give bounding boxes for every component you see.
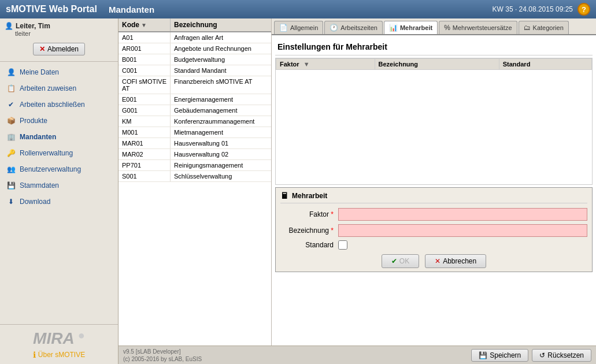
tab-label: Arbeitszeiten xyxy=(340,24,377,31)
info-icon[interactable]: ? xyxy=(578,3,590,16)
sidebar-item-label: Produkte xyxy=(20,117,47,125)
rollenverwaltung-icon: 🔑 xyxy=(6,148,16,158)
cell-bezeichnung: Mietmanagement xyxy=(171,127,271,138)
cell-bezeichnung: Anfragen aller Art xyxy=(171,32,271,43)
cell-kode: M001 xyxy=(119,127,171,138)
bezeichnung-required: * xyxy=(331,226,334,235)
form-buttons: ✔ OK ✕ Abbrechen xyxy=(280,254,587,268)
list-body: A01Anfragen aller ArtAR001Angebote und R… xyxy=(119,32,271,346)
tab-mehrwertsteuersaetze[interactable]: %Mehrwertsteuersätze xyxy=(439,21,517,34)
col-bezeichnung-header: Bezeichnung xyxy=(171,18,271,31)
sidebar-item-produkte[interactable]: 📦Produkte xyxy=(0,113,118,129)
col-kode-header: Kode ▼ xyxy=(119,18,171,31)
th-bezeichnung: Bezeichnung xyxy=(375,59,499,70)
list-row[interactable]: B001Budgetverwaltung xyxy=(119,54,271,65)
sidebar-item-label: Arbeiten abschließen xyxy=(20,101,85,109)
user-icon: 👤 xyxy=(5,22,13,30)
sidebar-item-meine-daten[interactable]: 👤Meine Daten xyxy=(0,64,118,80)
cell-kode: A01 xyxy=(119,32,171,43)
tab-mehrarbeit[interactable]: 📊Mehrarbeit xyxy=(384,21,438,34)
cell-bezeichnung: Gebäudemanagement xyxy=(171,105,271,116)
cell-kode: G001 xyxy=(119,105,171,116)
cell-kode: S001 xyxy=(119,171,171,181)
mehrarbeit-tab-icon: 📊 xyxy=(389,24,398,32)
cell-bezeichnung: Angebote und Rechnungen xyxy=(171,43,271,54)
form-title: 🖩 Mehrarbeit xyxy=(280,191,587,203)
sidebar-item-label: Arbeiten zuweisen xyxy=(20,84,76,92)
cancel-icon: ✕ xyxy=(435,257,440,265)
produkte-icon: 📦 xyxy=(6,116,16,126)
kategorien-tab-icon: 🗂 xyxy=(524,24,531,32)
abmelden-button[interactable]: ✕ Abmelden xyxy=(33,43,85,55)
mehrarbeit-table: Faktor ▼ Bezeichnung Standard xyxy=(276,58,592,70)
bezeichnung-input[interactable] xyxy=(338,224,587,237)
faktor-input[interactable] xyxy=(338,208,587,221)
list-row[interactable]: S001Schlüsselverwaltung xyxy=(119,171,271,182)
faktor-row: Faktor * xyxy=(280,208,587,221)
ruecksetzen-button[interactable]: ↺ Rücksetzen xyxy=(532,349,591,362)
list-header: Kode ▼ Bezeichnung xyxy=(119,18,271,32)
ueber-smotive-link[interactable]: ℹ Über sMOTIVE xyxy=(33,350,85,359)
list-row[interactable]: AR001Angebote und Rechnungen xyxy=(119,43,271,54)
list-row[interactable]: E001Energiemanagement xyxy=(119,94,271,105)
right-panel: 📄Allgemein🕐Arbeitszeiten📊Mehrarbeit%Mehr… xyxy=(272,18,596,346)
list-row[interactable]: KMKonferenzraummanagement xyxy=(119,116,271,127)
main-layout: 👤 Leiter, Tim tleiter ✕ Abmelden 👤Meine … xyxy=(0,18,596,364)
sidebar-item-mandanten[interactable]: 🏢Mandanten xyxy=(0,129,118,145)
benutzerverwaltung-icon: 👥 xyxy=(6,164,16,174)
list-row[interactable]: PP701Reinigungsmanagement xyxy=(119,160,271,171)
cell-bezeichnung: Reinigungsmanagement xyxy=(171,160,271,170)
cell-kode: AR001 xyxy=(119,43,171,54)
header: sMOTIVE Web Portal Mandanten KW 35 · 24.… xyxy=(0,0,596,18)
sidebar-item-label: Stammdaten xyxy=(20,181,59,190)
bezeichnung-row: Bezeichnung * xyxy=(280,224,587,237)
sidebar: 👤 Leiter, Tim tleiter ✕ Abmelden 👤Meine … xyxy=(0,18,119,364)
info-circle-icon: ℹ xyxy=(33,350,36,359)
stammdaten-icon: 💾 xyxy=(6,180,16,191)
nav-items: 👤Meine Daten📋Arbeiten zuweisen✔Arbeiten … xyxy=(0,62,118,324)
list-row[interactable]: MAR02Hausverwaltung 02 xyxy=(119,149,271,160)
standard-label: Standard xyxy=(280,241,338,249)
sidebar-item-arbeiten-abschliessen[interactable]: ✔Arbeiten abschließen xyxy=(0,96,118,113)
app-title: sMOTIVE Web Portal xyxy=(6,4,97,14)
sidebar-item-arbeiten-zuweisen[interactable]: 📋Arbeiten zuweisen xyxy=(0,80,118,96)
bezeichnung-label: Bezeichnung * xyxy=(280,226,338,235)
page-section: Mandanten xyxy=(97,5,493,14)
sidebar-item-rollenverwaltung[interactable]: 🔑Rollenverwaltung xyxy=(0,145,118,161)
cell-bezeichnung: Hausverwaltung 01 xyxy=(171,138,271,148)
cell-bezeichnung: Finanzbereich sMOTIVE AT xyxy=(171,76,271,94)
sort-arrow-icon: ▼ xyxy=(141,22,147,28)
tab-label: Kategorien xyxy=(533,24,564,31)
cell-bezeichnung: Hausverwaltung 02 xyxy=(171,149,271,159)
list-row[interactable]: COFI sMOTIVE ATFinanzbereich sMOTIVE AT xyxy=(119,76,271,94)
th-standard: Standard xyxy=(499,59,591,70)
faktor-sort-icon: ▼ xyxy=(303,61,310,68)
x-icon: ✕ xyxy=(39,45,45,53)
sidebar-item-label: Meine Daten xyxy=(20,68,59,76)
standard-checkbox[interactable] xyxy=(338,240,347,250)
list-row[interactable]: M001Mietmanagement xyxy=(119,127,271,138)
cell-kode: C001 xyxy=(119,65,171,76)
speichern-button[interactable]: 💾 Speichern xyxy=(471,349,528,362)
sidebar-item-stammdaten[interactable]: 💾Stammdaten xyxy=(0,177,118,194)
tab-kategorien[interactable]: 🗂Kategorien xyxy=(519,21,569,34)
arbeiten-abschliessen-icon: ✔ xyxy=(6,99,16,110)
save-icon: 💾 xyxy=(479,351,487,359)
list-row[interactable]: C001Standard Mandant xyxy=(119,65,271,76)
download-icon: ⬇ xyxy=(6,196,16,207)
ok-button[interactable]: ✔ OK xyxy=(382,254,419,268)
sidebar-item-download[interactable]: ⬇Download xyxy=(0,194,118,210)
cell-kode: MAR01 xyxy=(119,138,171,148)
tab-arbeitszeiten[interactable]: 🕐Arbeitszeiten xyxy=(324,21,383,34)
faktor-label: Faktor * xyxy=(280,210,338,218)
sidebar-item-label: Rollenverwaltung xyxy=(20,149,73,157)
faktor-required: * xyxy=(331,210,334,218)
cell-bezeichnung: Budgetverwaltung xyxy=(171,54,271,65)
abbrechen-button[interactable]: ✕ Abbrechen xyxy=(425,254,486,268)
list-row[interactable]: A01Anfragen aller Art xyxy=(119,32,271,43)
sidebar-item-benutzerverwaltung[interactable]: 👥Benutzerverwaltung xyxy=(0,161,118,177)
list-row[interactable]: G001Gebäudemanagement xyxy=(119,105,271,116)
list-row[interactable]: MAR01Hausverwaltung 01 xyxy=(119,138,271,149)
cell-bezeichnung: Energiemanagement xyxy=(171,94,271,105)
tab-allgemein[interactable]: 📄Allgemein xyxy=(274,21,323,34)
